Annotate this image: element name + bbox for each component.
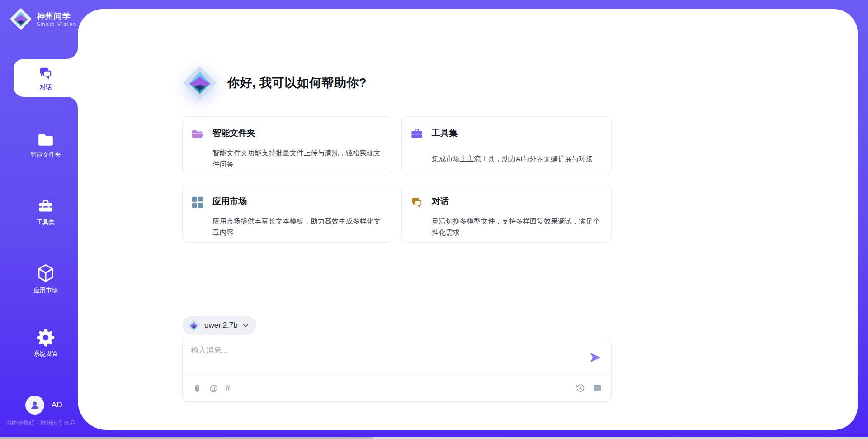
- active-tab-flare-bottom: [67, 97, 78, 108]
- card-chat[interactable]: 对话 灵活切换多模型文件，支持多样回复效果调试，满足个性化需求: [401, 185, 612, 243]
- folder-open-icon: [191, 127, 204, 141]
- cube-icon: [36, 263, 55, 283]
- app-title: 神州问学: [37, 11, 77, 21]
- gear-icon: [37, 329, 55, 347]
- paperclip-icon: [193, 383, 202, 393]
- attach-button[interactable]: [193, 383, 202, 393]
- sidebar-item-chat[interactable]: 对话: [14, 59, 78, 97]
- feature-cards: 智能文件夹 智能文件夹功能支持批量文件上传与清洗，轻松实现文件问答 工具: [182, 116, 612, 243]
- topic-button[interactable]: #: [226, 383, 231, 393]
- card-toolbox[interactable]: 工具集 集成市场上主流工具，助力AI与外界无缝扩展与对接: [401, 116, 612, 174]
- card-title: 对话: [432, 195, 605, 213]
- at-icon: @: [209, 383, 218, 393]
- sidebar-item-label: 智能文件夹: [30, 151, 61, 159]
- toolbox-icon: [410, 127, 424, 141]
- feedback-button[interactable]: [593, 383, 602, 393]
- hash-icon: #: [226, 383, 231, 393]
- diamond-logo-icon: [188, 320, 200, 332]
- card-description: 智能文件夹功能支持批量文件上传与清洗，轻松实现文件问答: [212, 147, 386, 174]
- card-description: 应用市场提供丰富长文本模板，助力高效生成多样化文章内容: [212, 215, 386, 242]
- diamond-logo-icon: [9, 7, 33, 31]
- user-initials: AD: [52, 401, 62, 410]
- user-profile[interactable]: AD: [25, 396, 62, 415]
- app-logo: 神州问学 Smart Vision: [9, 7, 77, 31]
- content-column: 你好, 我可以如何帮助你? 智能文件夹 智能文件夹功能支持批量文件上传与清洗，轻…: [182, 0, 612, 439]
- copyright-text: ©神州数码 · 神州问学出品: [7, 420, 75, 427]
- input-toolbar: @ #: [183, 375, 611, 401]
- sidebar-item-label: 应用市场: [33, 286, 58, 295]
- avatar: [25, 396, 44, 415]
- diamond-logo-icon: [182, 65, 217, 100]
- message-input[interactable]: [191, 345, 571, 371]
- card-title: 智能文件夹: [212, 127, 386, 145]
- card-title: 应用市场: [212, 195, 386, 213]
- grid-icon: [191, 196, 204, 209]
- send-button[interactable]: [589, 351, 602, 364]
- chat-icon: [593, 383, 602, 393]
- card-app-market[interactable]: 应用市场 应用市场提供丰富长文本模板，助力高效生成多样化文章内容: [182, 185, 392, 243]
- history-button[interactable]: [576, 383, 585, 393]
- message-input-box: @ #: [182, 339, 612, 402]
- model-name: qwen2:7b: [204, 321, 238, 330]
- folder-icon: [37, 132, 54, 148]
- sidebar-item-settings[interactable]: 系统设置: [14, 329, 78, 358]
- sidebar-item-label: 工具集: [37, 219, 55, 227]
- toolbox-icon: [37, 198, 54, 215]
- sidebar-item-app-market[interactable]: 应用市场: [14, 263, 78, 295]
- send-icon: [589, 351, 602, 364]
- chat-icon: [410, 196, 424, 209]
- greeting-text: 你好, 我可以如何帮助你?: [227, 75, 367, 91]
- history-icon: [576, 383, 585, 393]
- sidebar-item-label: 对话: [40, 83, 52, 91]
- card-description: 集成市场上主流工具，助力AI与外界无缝扩展与对接: [432, 153, 605, 174]
- sidebar-item-label: 系统设置: [33, 350, 58, 358]
- window-bottom-edge: [0, 437, 868, 439]
- sidebar: 神州问学 Smart Vision 对话 智能文件夹: [0, 0, 78, 439]
- active-tab-flare-top: [67, 48, 78, 59]
- sidebar-item-toolbox[interactable]: 工具集: [14, 198, 78, 227]
- card-title: 工具集: [432, 127, 605, 151]
- card-description: 灵活切换多模型文件，支持多样回复效果调试，满足个性化需求: [432, 215, 605, 242]
- card-smart-folder[interactable]: 智能文件夹 智能文件夹功能支持批量文件上传与清洗，轻松实现文件问答: [182, 116, 392, 174]
- chevron-down-icon: [242, 322, 249, 329]
- mention-button[interactable]: @: [209, 383, 218, 393]
- sidebar-item-smart-folder[interactable]: 智能文件夹: [14, 132, 78, 159]
- model-selector[interactable]: qwen2:7b: [182, 316, 256, 335]
- person-icon: [29, 399, 41, 411]
- welcome-header: 你好, 我可以如何帮助你?: [182, 65, 367, 100]
- app-subtitle: Smart Vision: [37, 21, 77, 27]
- chat-icon: [38, 65, 54, 81]
